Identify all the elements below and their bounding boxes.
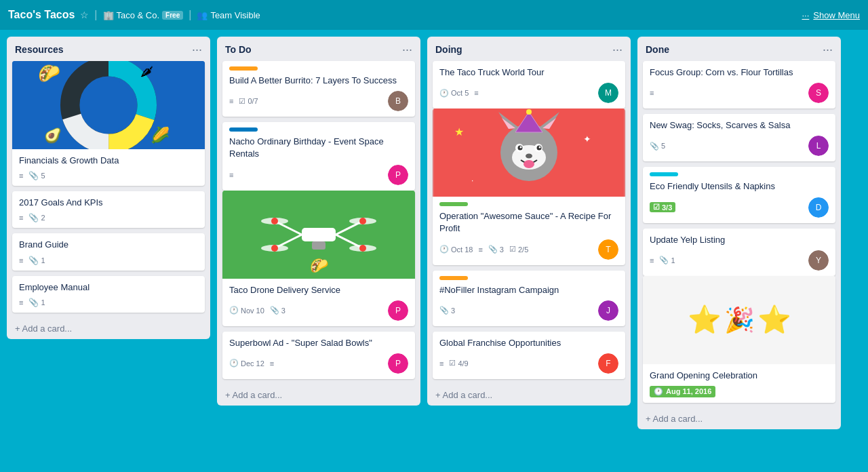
lines-badge-brand: ≡ <box>19 256 23 264</box>
visibility-label: Team Visible <box>210 10 260 20</box>
workspace-name: Taco & Co. <box>117 10 160 20</box>
card-employee[interactable]: Employee Manual ≡ 📎 1 <box>12 276 205 313</box>
card-footer-taco-truck: 🕐 Oct 5 ≡ M <box>439 83 618 103</box>
svg-point-22 <box>271 245 278 252</box>
attach-icon-goals: 📎 <box>28 213 39 222</box>
star-icon[interactable]: ☆ <box>80 9 89 20</box>
add-card-resources[interactable]: + Add a card... <box>7 318 210 339</box>
card-title-taco-truck: The Taco Truck World Tour <box>439 66 618 79</box>
add-card-done[interactable]: + Add a card... <box>637 408 841 429</box>
card-title-drone: Taco Drone Delivery Service <box>229 284 408 296</box>
card-drone[interactable]: 🌮 Taco Drone Delivery Service 🕐 Nov 10 📎… <box>222 191 415 326</box>
check-count-franchise: 4/9 <box>458 359 468 368</box>
card-awesome-sauce[interactable]: ★ ✦ · Operation "Awesome Sauce" - A Reci… <box>433 109 625 264</box>
avatar-img-nofiller: J <box>598 300 618 321</box>
list-menu-done[interactable]: ··· <box>823 43 833 56</box>
card-nofiller[interactable]: #NoFiller Instagram Campaign 📎 3 J <box>433 271 625 326</box>
card-yelp[interactable]: Update Yelp Listing ≡ 📎 1 Y <box>643 229 835 276</box>
checklist-badge-burrito: ☑ 0/7 <box>239 97 258 106</box>
lines-badge-taco-truck: ≡ <box>474 89 478 97</box>
attach-icon-swag: 📎 <box>650 142 659 151</box>
card-financials[interactable]: 🌮 🌽 🌶 🥑 Financials & Growth Data ≡ 📎 5 <box>12 61 205 186</box>
card-title-financials: Financials & Growth Data <box>19 155 198 167</box>
header: Taco's Tacos ☆ | 🏢 Taco & Co. Free | 👥 T… <box>0 0 868 30</box>
card-title-goals: 2017 Goals And KPIs <box>19 197 198 209</box>
card-franchise[interactable]: Global Franchise Opportunities ≡ ☑ 4/9 F <box>433 332 625 379</box>
card-badges-employee: ≡ 📎 1 <box>19 298 45 307</box>
avatar-franchise: F <box>598 353 618 374</box>
add-card-doing[interactable]: + Add a card... <box>427 385 631 406</box>
avatar-burrito: B <box>388 91 408 111</box>
list-menu-doing[interactable]: ··· <box>612 43 623 56</box>
attach-icon-drone: 📎 <box>270 306 279 315</box>
avatar-swag: L <box>808 136 829 156</box>
avatar-img-superbowl: P <box>388 353 408 374</box>
list-menu-resources[interactable]: ··· <box>192 43 202 56</box>
card-brand[interactable]: Brand Guide ≡ 📎 1 <box>12 233 205 270</box>
attach-badge-drone: 📎 3 <box>270 306 285 315</box>
list-cards-done: Focus Group: Corn vs. Flour Tortillas ≡ … <box>637 61 841 408</box>
card-footer-burrito: ≡ ☑ 0/7 B <box>229 91 408 111</box>
svg-point-21 <box>359 218 366 224</box>
attach-icon-brand: 📎 <box>28 256 39 265</box>
cat-icon: 🎉 <box>724 306 755 334</box>
attach-count-drone: 3 <box>281 307 285 315</box>
visibility[interactable]: 👥 Team Visible <box>197 10 260 20</box>
free-badge: Free <box>162 11 183 20</box>
card-footer-focus-group: ≡ S <box>650 83 829 103</box>
date-badge-superbowl: 🕐 Dec 12 <box>229 359 264 368</box>
card-footer-nofiller: 📎 3 J <box>439 300 618 321</box>
list-cards-todo: Build A Better Burrito: 7 Layers To Succ… <box>217 61 420 385</box>
show-menu-button[interactable]: ··· Show Menu <box>802 10 861 20</box>
check-count-burrito: 0/7 <box>248 97 258 105</box>
card-title-nofiller: #NoFiller Instagram Campaign <box>439 284 618 296</box>
svg-text:★: ★ <box>454 126 464 138</box>
card-badges-taco-truck: 🕐 Oct 5 ≡ <box>439 89 479 98</box>
card-footer-franchise: ≡ ☑ 4/9 F <box>439 353 618 374</box>
card-badges-financials: ≡ 📎 5 <box>19 171 45 180</box>
lines-badge: ≡ <box>19 172 23 180</box>
add-card-todo[interactable]: + Add a card... <box>217 385 420 406</box>
list-menu-todo[interactable]: ··· <box>402 43 412 56</box>
list-title-resources: Resources <box>15 44 64 55</box>
card-goals[interactable]: 2017 Goals And KPIs ≡ 📎 2 <box>12 191 205 228</box>
card-taco-truck[interactable]: The Taco Truck World Tour 🕐 Oct 5 ≡ M <box>433 61 625 109</box>
attach-badge-nofiller: 📎 3 <box>439 306 455 315</box>
list-title-done: Done <box>646 44 669 55</box>
lines-badge-franchise: ≡ <box>439 359 443 368</box>
card-badges-franchise: ≡ ☑ 4/9 <box>439 359 469 368</box>
check-icon-burrito: ☑ <box>239 97 245 106</box>
svg-point-37 <box>520 146 522 149</box>
attach-count-goals: 2 <box>41 214 45 222</box>
card-label-orange-nofiller <box>439 276 468 280</box>
clock-icon-awesome: 🕐 <box>439 245 449 254</box>
attach-icon-awesome: 📎 <box>488 245 498 254</box>
avatar-taco-truck: M <box>598 83 618 103</box>
card-title-awesome-sauce: Operation "Awesome Sauce" - A Recipe For… <box>439 210 618 235</box>
card-burrito[interactable]: Build A Better Burrito: 7 Layers To Succ… <box>222 61 415 117</box>
card-image-drone: 🌮 <box>222 191 415 279</box>
card-nacho[interactable]: Nacho Ordinary Birthday - Event Space Re… <box>222 122 415 190</box>
avatar-img-burrito: B <box>388 91 408 111</box>
card-eco[interactable]: Eco Friendly Utensils & Napkins ☑ 3/3 D <box>643 167 835 222</box>
svg-point-23 <box>359 245 366 252</box>
avatar-superbowl: P <box>388 353 408 374</box>
star-left-icon: ⭐ <box>688 304 722 336</box>
workspace[interactable]: 🏢 Taco & Co. Free <box>103 10 184 20</box>
lines-badge-burrito: ≡ <box>229 97 233 105</box>
card-focus-group[interactable]: Focus Group: Corn vs. Flour Tortillas ≡ … <box>643 61 835 109</box>
card-label-orange <box>229 66 258 71</box>
attach-badge-yelp: 📎 1 <box>659 256 675 264</box>
list-todo: To Do ··· Build A Better Burrito: 7 Laye… <box>217 37 420 406</box>
svg-point-5 <box>83 79 134 131</box>
card-badges-nofiller: 📎 3 <box>439 306 455 315</box>
avatar-focus-group: S <box>808 83 829 103</box>
card-superbowl[interactable]: Superbowl Ad - "Super Salad Bowls" 🕐 Dec… <box>222 332 415 379</box>
lines-badge-goals: ≡ <box>19 214 23 222</box>
card-swag[interactable]: New Swag: Socks, Scarves & Salsa 📎 5 L <box>643 114 835 161</box>
card-grand-opening[interactable]: ⭐ 🎉 ⭐ Grand Opening Celebration 🕐 Aug 11… <box>643 276 835 403</box>
list-header-todo: To Do ··· <box>217 37 420 61</box>
date-badge-green-grand: 🕐 Aug 11, 2016 <box>650 386 715 397</box>
attach-count-brand: 1 <box>41 256 45 264</box>
card-badges-drone: 🕐 Nov 10 📎 3 <box>229 306 285 315</box>
